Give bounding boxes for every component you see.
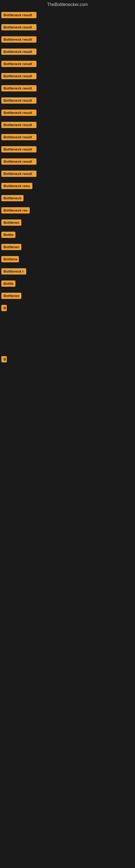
list-item (1, 407, 134, 415)
bottleneck-badge[interactable]: Bottleneck result (1, 122, 37, 128)
list-item: Bottleneck result (1, 97, 134, 105)
bottleneck-badge[interactable]: Bottleneck result (1, 170, 37, 177)
bottleneck-badge[interactable]: Bottleneck result (1, 12, 37, 18)
list-item: Bottleneck result (1, 24, 134, 31)
list-item: Bottlenec (1, 219, 134, 227)
site-title-text: TheBottlenecker.com (47, 2, 88, 7)
list-item (1, 343, 134, 351)
bottleneck-badge[interactable]: Bottleneck result (1, 97, 37, 104)
items-container: Bottleneck resultBottleneck resultBottle… (0, 9, 135, 423)
list-item: Bottleneck (1, 195, 134, 203)
list-item (1, 394, 134, 403)
list-item: Bottleneck resu (1, 183, 134, 190)
bottleneck-badge[interactable]: Bottleneck r (1, 268, 26, 275)
list-item: Bottleneck res (1, 207, 134, 215)
bottleneck-badge[interactable]: Bottlenec (1, 293, 21, 299)
list-item: Bottleneck result (1, 170, 134, 178)
bottleneck-badge[interactable]: Bottleneck result (1, 49, 37, 55)
list-item: Bottleneck r (1, 268, 134, 276)
bottleneck-badge[interactable]: Bottleneck res (1, 207, 30, 214)
list-item (1, 317, 134, 325)
bottleneck-badge[interactable]: Bottleneck result (1, 73, 37, 79)
list-item: Bottlenec (1, 244, 134, 251)
bottleneck-badge[interactable]: Bottlenec (1, 219, 21, 226)
bottleneck-badge[interactable]: Bottleneck result (1, 24, 37, 30)
bottleneck-badge[interactable]: Bottlene (1, 256, 19, 262)
bottleneck-badge[interactable]: Bottleneck result (1, 110, 37, 116)
bottleneck-badge[interactable]: B (1, 356, 7, 362)
list-item: Bottleneck result (1, 85, 134, 93)
list-item (1, 381, 134, 390)
list-item: B (1, 356, 134, 364)
list-item: Bottleneck result (1, 122, 134, 129)
list-item: Bottleneck result (1, 110, 134, 117)
bottleneck-badge[interactable]: B (1, 305, 7, 311)
bottleneck-badge[interactable]: Bottleneck result (1, 146, 37, 152)
bottleneck-badge[interactable]: Bottleneck result (1, 61, 37, 67)
list-item: Bottlenec (1, 293, 134, 300)
bottleneck-badge[interactable]: Bottlenec (1, 244, 21, 250)
list-item: Bottle (1, 280, 134, 288)
list-item (1, 330, 134, 338)
list-item: Bottle (1, 231, 134, 239)
list-item: Bottleneck result (1, 134, 134, 141)
bottleneck-badge[interactable]: Bottle (1, 231, 15, 238)
list-item (1, 368, 134, 376)
list-item: Bottleneck result (1, 61, 134, 68)
bottleneck-badge[interactable]: Bottleneck result (1, 85, 37, 91)
bottleneck-badge[interactable]: Bottleneck (1, 195, 24, 201)
bottleneck-badge[interactable]: Bottleneck result (1, 36, 37, 42)
list-item: Bottleneck result (1, 73, 134, 80)
list-item: Bottlene (1, 256, 134, 264)
site-title: TheBottlenecker.com (0, 0, 135, 9)
list-item: Bottleneck result (1, 146, 134, 154)
list-item: Bottleneck result (1, 158, 134, 166)
bottleneck-badge[interactable]: Bottle (1, 280, 15, 287)
bottleneck-badge[interactable]: Bottleneck result (1, 134, 37, 140)
list-item: Bottleneck result (1, 12, 134, 19)
bottleneck-badge[interactable]: Bottleneck result (1, 158, 37, 165)
list-item: B (1, 305, 134, 312)
bottleneck-badge[interactable]: Bottleneck resu (1, 183, 32, 189)
list-item: Bottleneck result (1, 36, 134, 44)
list-item: Bottleneck result (1, 49, 134, 56)
